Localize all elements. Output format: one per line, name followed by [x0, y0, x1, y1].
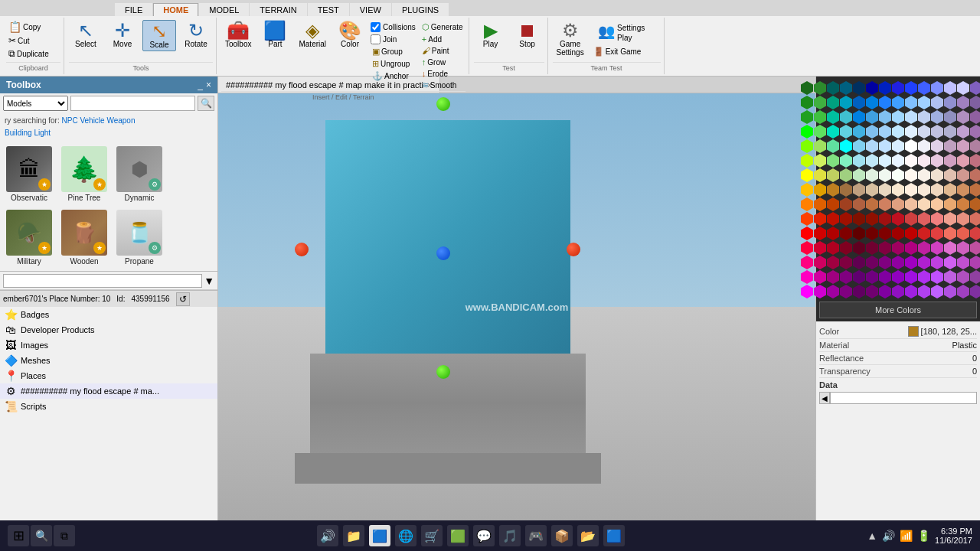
copy-button[interactable]: 📋 Copy: [6, 20, 51, 34]
hex-color-cell[interactable]: [866, 96, 878, 109]
hex-color-cell[interactable]: [957, 168, 969, 182]
hex-color-cell[interactable]: [918, 256, 930, 269]
hex-color-cell[interactable]: [840, 285, 852, 298]
hex-color-cell[interactable]: [944, 139, 956, 153]
taskbar-discord[interactable]: 💬: [473, 525, 495, 546]
hex-color-cell[interactable]: [827, 197, 839, 211]
hex-color-cell[interactable]: [866, 212, 878, 226]
hex-color-cell[interactable]: [879, 212, 891, 226]
hex-color-cell[interactable]: [853, 285, 865, 298]
hex-color-cell[interactable]: [866, 227, 878, 240]
hex-color-cell[interactable]: [944, 125, 956, 139]
hex-color-cell[interactable]: [840, 96, 852, 109]
hex-color-cell[interactable]: [957, 227, 969, 240]
hex-color-cell[interactable]: [879, 154, 891, 168]
hex-color-cell[interactable]: [970, 212, 980, 226]
hex-color-cell[interactable]: [840, 227, 852, 240]
hex-color-cell[interactable]: [918, 154, 930, 168]
hex-color-cell[interactable]: [827, 241, 839, 255]
taskbar-speaker[interactable]: 🔊: [317, 525, 338, 546]
tab-plugins[interactable]: PLUGINS: [392, 3, 449, 16]
hex-color-cell[interactable]: [905, 285, 917, 298]
play-button[interactable]: ▶ Play: [474, 20, 508, 50]
part-button[interactable]: 🟦 Part: [258, 20, 292, 50]
hex-color-cell[interactable]: [931, 183, 943, 197]
hex-color-cell[interactable]: [814, 183, 826, 197]
hex-color-cell[interactable]: [905, 125, 917, 139]
hex-color-cell[interactable]: [853, 96, 865, 109]
hex-color-cell[interactable]: [970, 256, 980, 269]
hex-color-cell[interactable]: [840, 110, 852, 124]
hex-color-cell[interactable]: [931, 96, 943, 109]
nav-places[interactable]: 📍 Places: [0, 368, 217, 383]
hex-color-cell[interactable]: [827, 96, 839, 109]
cut-button[interactable]: ✂ Cut: [6, 34, 51, 47]
hex-color-cell[interactable]: [879, 227, 891, 240]
hex-color-cell[interactable]: [892, 227, 904, 240]
hex-color-cell[interactable]: [905, 96, 917, 109]
hex-color-cell[interactable]: [866, 183, 878, 197]
rotate-button[interactable]: ↻ Rotate: [179, 20, 213, 50]
hex-color-cell[interactable]: [814, 81, 826, 95]
hex-color-cell[interactable]: [879, 285, 891, 298]
hex-color-cell[interactable]: [931, 227, 943, 240]
hex-color-cell[interactable]: [905, 270, 917, 284]
suggest-weapon[interactable]: Weapon: [106, 116, 135, 125]
sidebar-category-select[interactable]: Models Decals Audio: [3, 96, 68, 111]
hex-color-cell[interactable]: [918, 110, 930, 124]
hex-color-cell[interactable]: [853, 241, 865, 255]
sidebar-filter-input[interactable]: [3, 274, 202, 288]
anchor-button[interactable]: ⚓ Anchor: [370, 70, 416, 82]
hex-color-cell[interactable]: [905, 81, 917, 95]
hex-color-cell[interactable]: [970, 125, 980, 139]
hex-color-cell[interactable]: [814, 197, 826, 211]
hex-color-cell[interactable]: [918, 241, 930, 255]
hex-color-cell[interactable]: [892, 168, 904, 182]
search-taskbar[interactable]: 🔍: [31, 525, 52, 546]
hex-color-cell[interactable]: [931, 197, 943, 211]
hex-color-cell[interactable]: [931, 154, 943, 168]
collisions-checkbox[interactable]: Collisions: [370, 21, 416, 33]
hex-color-cell[interactable]: [840, 183, 852, 197]
hex-color-cell[interactable]: [905, 183, 917, 197]
hex-color-cell[interactable]: [944, 241, 956, 255]
taskbar-spotify[interactable]: 🎵: [499, 525, 521, 546]
suggest-npc[interactable]: NPC: [61, 116, 77, 125]
hex-color-cell[interactable]: [892, 154, 904, 168]
hex-color-cell[interactable]: [892, 212, 904, 226]
taskbar-amazon[interactable]: 🛒: [421, 525, 443, 546]
hex-color-cell[interactable]: [853, 110, 865, 124]
hex-color-cell[interactable]: [905, 241, 917, 255]
hex-color-cell[interactable]: [905, 110, 917, 124]
hex-color-cell[interactable]: [944, 183, 956, 197]
hex-color-cell[interactable]: [840, 241, 852, 255]
hex-color-cell[interactable]: [853, 168, 865, 182]
taskbar-dropbox[interactable]: 📦: [551, 525, 573, 546]
nav-scripts[interactable]: 📜 Scripts: [0, 399, 217, 414]
start-button[interactable]: ⊞: [8, 525, 29, 546]
hex-color-cell[interactable]: [827, 154, 839, 168]
hex-color-cell[interactable]: [931, 125, 943, 139]
hex-color-cell[interactable]: [853, 125, 865, 139]
list-item[interactable]: 🪵 ★ Wooden: [58, 207, 110, 268]
nav-dev-products[interactable]: 🛍 Developer Products: [0, 322, 217, 337]
hex-color-cell[interactable]: [814, 227, 826, 240]
hex-color-cell[interactable]: [814, 96, 826, 109]
sidebar-filter-close[interactable]: ▼: [204, 275, 214, 287]
nav-images[interactable]: 🖼 Images: [0, 337, 217, 353]
hex-color-cell[interactable]: [957, 256, 969, 269]
sys-network[interactable]: 📶: [900, 530, 913, 542]
hex-color-cell[interactable]: [814, 256, 826, 269]
hex-color-cell[interactable]: [866, 81, 878, 95]
exit-game-button[interactable]: 🚪 Exit Game: [591, 46, 652, 57]
hex-color-cell[interactable]: [931, 256, 943, 269]
hex-color-cell[interactable]: [866, 285, 878, 298]
hex-color-cell[interactable]: [814, 270, 826, 284]
hex-color-cell[interactable]: [905, 197, 917, 211]
hex-color-cell[interactable]: [879, 270, 891, 284]
hex-color-cell[interactable]: [970, 270, 980, 284]
hex-color-cell[interactable]: [905, 227, 917, 240]
hex-color-cell[interactable]: [892, 81, 904, 95]
hex-color-cell[interactable]: [892, 241, 904, 255]
team-test-button[interactable]: 👥 SettingsPlay: [591, 20, 652, 44]
